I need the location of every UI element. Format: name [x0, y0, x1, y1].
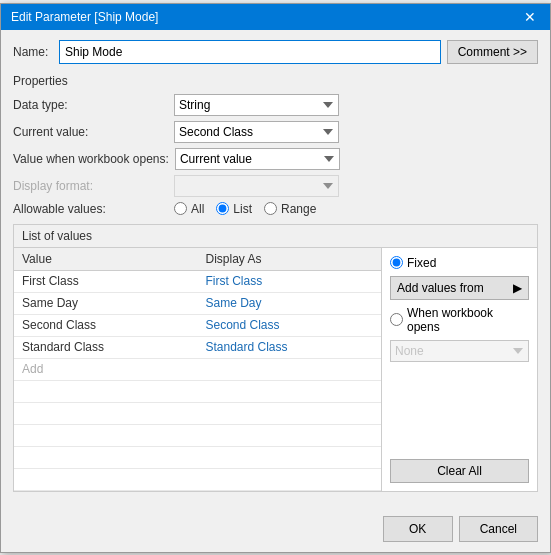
- fixed-radio-input[interactable]: [390, 256, 403, 269]
- title-bar-text: Edit Parameter [Ship Mode]: [11, 10, 158, 24]
- none-select: None: [390, 340, 529, 362]
- empty-row: [14, 468, 381, 490]
- row-value: Same Day: [14, 292, 198, 314]
- row-value: First Class: [14, 270, 198, 292]
- add-row[interactable]: Add: [14, 358, 381, 380]
- radio-range-input[interactable]: [264, 202, 277, 215]
- current-value-row: Current value: First Class Second Class …: [13, 121, 538, 143]
- row-value: Standard Class: [14, 336, 198, 358]
- current-value-label: Current value:: [13, 125, 168, 139]
- name-input[interactable]: [59, 40, 441, 64]
- display-format-label: Display format:: [13, 179, 168, 193]
- empty-row: [14, 446, 381, 468]
- row-display-as: Standard Class: [198, 336, 382, 358]
- data-type-label: Data type:: [13, 98, 168, 112]
- row-display-as: Same Day: [198, 292, 382, 314]
- ok-button[interactable]: OK: [383, 516, 453, 542]
- table-row[interactable]: Second Class Second Class: [14, 314, 381, 336]
- radio-all[interactable]: All: [174, 202, 204, 216]
- allowable-values-radio-group: All List Range: [174, 202, 316, 216]
- data-type-select[interactable]: String Integer Float Boolean Date: [174, 94, 339, 116]
- name-row: Name: Comment >>: [13, 40, 538, 64]
- lov-table: Value Display As First Class First Class…: [14, 248, 381, 491]
- lov-right-inner: Fixed Add values from ▶ When workbook op…: [390, 256, 529, 453]
- clear-all-button[interactable]: Clear All: [390, 459, 529, 483]
- when-wb-radio-input[interactable]: [390, 313, 403, 326]
- fixed-radio-label[interactable]: Fixed: [390, 256, 529, 270]
- fixed-label: Fixed: [407, 256, 436, 270]
- table-row[interactable]: Same Day Same Day: [14, 292, 381, 314]
- allowable-values-row: Allowable values: All List Range: [13, 202, 538, 216]
- list-of-values-section: List of values Value Display As First Cl…: [13, 224, 538, 492]
- add-values-label: Add values from: [397, 281, 484, 295]
- radio-list-input[interactable]: [216, 202, 229, 215]
- radio-range[interactable]: Range: [264, 202, 316, 216]
- add-label: Add: [14, 358, 198, 380]
- empty-row: [14, 424, 381, 446]
- close-button[interactable]: ✕: [520, 10, 540, 24]
- lov-right: Fixed Add values from ▶ When workbook op…: [382, 248, 537, 491]
- comment-button[interactable]: Comment >>: [447, 40, 538, 64]
- row-value: Second Class: [14, 314, 198, 336]
- empty-row: [14, 380, 381, 402]
- properties-section: Properties Data type: String Integer Flo…: [13, 74, 538, 216]
- name-label: Name:: [13, 45, 53, 59]
- dialog-body: Name: Comment >> Properties Data type: S…: [1, 30, 550, 510]
- when-wb-label: When workbook opens: [407, 306, 529, 334]
- lov-table-container: Value Display As First Class First Class…: [14, 248, 382, 491]
- value-when-opens-select[interactable]: Current value First Class Second Class: [175, 148, 340, 170]
- value-when-opens-row: Value when workbook opens: Current value…: [13, 148, 538, 170]
- display-format-select: [174, 175, 339, 197]
- display-format-row: Display format:: [13, 175, 538, 197]
- properties-label: Properties: [13, 74, 538, 88]
- lov-title: List of values: [14, 225, 537, 248]
- col-display-as: Display As: [198, 248, 382, 271]
- add-values-arrow-icon: ▶: [513, 281, 522, 295]
- data-type-row: Data type: String Integer Float Boolean …: [13, 94, 538, 116]
- when-workbook-opens-radio[interactable]: When workbook opens: [390, 306, 529, 334]
- current-value-select[interactable]: First Class Second Class Same Day Standa…: [174, 121, 339, 143]
- lov-body: Value Display As First Class First Class…: [14, 248, 537, 491]
- table-row[interactable]: Standard Class Standard Class: [14, 336, 381, 358]
- col-value: Value: [14, 248, 198, 271]
- allowable-values-label: Allowable values:: [13, 202, 168, 216]
- dialog-footer: OK Cancel: [1, 510, 550, 552]
- radio-all-input[interactable]: [174, 202, 187, 215]
- dialog-edit-parameter: Edit Parameter [Ship Mode] ✕ Name: Comme…: [0, 3, 551, 553]
- row-display-as: First Class: [198, 270, 382, 292]
- value-when-opens-label: Value when workbook opens:: [13, 152, 169, 166]
- cancel-button[interactable]: Cancel: [459, 516, 538, 542]
- table-row[interactable]: First Class First Class: [14, 270, 381, 292]
- empty-row: [14, 402, 381, 424]
- radio-list[interactable]: List: [216, 202, 252, 216]
- row-display-as: Second Class: [198, 314, 382, 336]
- title-bar: Edit Parameter [Ship Mode] ✕: [1, 4, 550, 30]
- add-values-from-button[interactable]: Add values from ▶: [390, 276, 529, 300]
